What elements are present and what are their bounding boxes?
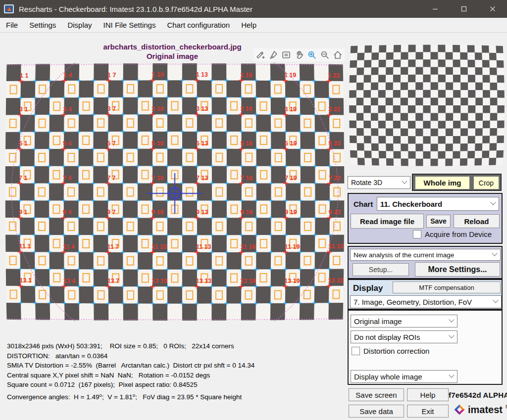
svg-text:1 22: 1 22 <box>328 72 340 79</box>
brush-icon[interactable] <box>267 49 279 61</box>
pan-icon[interactable] <box>293 49 305 61</box>
svg-text:9 13: 9 13 <box>196 209 208 216</box>
svg-text:5 4: 5 4 <box>63 140 71 147</box>
axes-toolbar <box>254 48 345 61</box>
chart-label: Chart <box>354 200 373 208</box>
menu-bar: File Settings Display INI File Settings … <box>0 18 507 33</box>
chevron-down-icon <box>493 297 498 303</box>
crop-button[interactable]: Crop <box>473 176 499 189</box>
reload-button[interactable]: Reload <box>454 214 500 228</box>
svg-text:1 4: 1 4 <box>63 72 72 79</box>
whole-img-button[interactable]: Whole img <box>415 176 470 189</box>
zoom-out-icon[interactable] <box>319 49 331 61</box>
exit-button[interactable]: Exit <box>407 405 449 418</box>
svg-text:13 4: 13 4 <box>63 278 75 284</box>
svg-text:5 10: 5 10 <box>152 140 163 147</box>
results-line: DISTORTION: atan/tan = 0.0364 <box>7 351 254 361</box>
svg-text:7 13: 7 13 <box>196 175 208 182</box>
matlab-app-icon <box>4 4 14 13</box>
roi-display-select[interactable]: Do not display ROIs <box>351 330 457 343</box>
svg-text:13 19: 13 19 <box>284 278 300 284</box>
analysis-panel: New analysis of the current image Setup.… <box>348 246 503 279</box>
svg-text:11 10: 11 10 <box>152 243 167 250</box>
build-version-text: f7e6542d ALPHA <box>449 391 507 399</box>
results-line: SMIA TV Distortion = -2.55% (Barrel Arct… <box>7 361 254 371</box>
mtf-compensation-button[interactable]: MTF compensation <box>393 281 501 293</box>
zoom-in-icon[interactable] <box>306 49 318 61</box>
svg-text:7 10: 7 10 <box>152 175 163 182</box>
datatip-icon[interactable] <box>280 49 292 61</box>
export-icon[interactable] <box>254 49 266 61</box>
chart-panel: Chart 11. Checkerboard Read image file S… <box>348 193 503 244</box>
svg-text:1 7: 1 7 <box>107 72 116 79</box>
svg-text:3 10: 3 10 <box>152 105 163 112</box>
svg-text:7 22: 7 22 <box>329 175 341 182</box>
chevron-down-icon <box>449 332 454 338</box>
display-whole-image-select[interactable]: Display whole image <box>351 370 457 383</box>
home-icon[interactable] <box>332 49 344 61</box>
title-bar: Rescharts - Checkerboard: Imatest 23.1.0… <box>0 0 507 18</box>
menu-file[interactable]: File <box>2 19 22 31</box>
svg-text:13 10: 13 10 <box>152 278 167 284</box>
more-settings-button[interactable]: More Settings... <box>415 262 500 277</box>
svg-text:9 7: 9 7 <box>107 209 115 216</box>
svg-text:11 7: 11 7 <box>107 243 119 250</box>
results-line: Square count = 0.0712 (167 pixels); Pixe… <box>7 380 254 390</box>
results-line: 3018x2346 pxls (WxH) 503:391; ROI size =… <box>7 341 254 351</box>
save-screen-button[interactable]: Save screen <box>349 388 404 401</box>
results-line: Central square X,Y pixel shift = NaN NaN… <box>7 371 254 380</box>
svg-text:13 1: 13 1 <box>20 277 32 284</box>
menu-chart-configuration[interactable]: Chart configuration <box>163 19 234 31</box>
view-options-panel: Original image Do not display ROIs Disto… <box>348 310 503 385</box>
help-button[interactable]: Help <box>407 388 449 401</box>
menu-settings[interactable]: Settings <box>25 19 60 31</box>
svg-text:1 13: 1 13 <box>196 71 208 78</box>
display-label: Display <box>353 283 383 293</box>
checkerboard-thumbnail <box>348 44 506 167</box>
save-button[interactable]: Save <box>426 215 451 228</box>
svg-text:5 16: 5 16 <box>241 140 253 147</box>
chart-type-select[interactable]: 11. Checkerboard <box>377 197 499 211</box>
svg-text:3 16: 3 16 <box>240 105 252 112</box>
setup-button[interactable]: Setup... <box>353 263 409 276</box>
svg-text:11 16: 11 16 <box>241 243 256 250</box>
chevron-down-icon <box>449 372 454 377</box>
close-button[interactable] <box>478 0 507 18</box>
analysis-mode-select[interactable]: New analysis of the current image <box>350 249 501 261</box>
distortion-correction-row: Distortion correction <box>352 347 429 355</box>
read-image-file-button[interactable]: Read image file <box>351 214 424 229</box>
svg-text:5 7: 5 7 <box>107 140 115 147</box>
chevron-down-icon <box>492 250 497 256</box>
acquire-from-device-checkbox[interactable] <box>413 230 421 238</box>
svg-text:11 1: 11 1 <box>19 243 31 250</box>
svg-text:11 4: 11 4 <box>63 243 75 250</box>
whole-crop-group: Whole img Crop <box>412 174 502 191</box>
imatest-logo-icon <box>454 404 465 416</box>
svg-text:3 1: 3 1 <box>19 106 28 113</box>
svg-text:7 7: 7 7 <box>107 175 115 182</box>
display-mode-select[interactable]: 7. Image, Geometry, Distortion, FoV <box>350 295 502 308</box>
minimize-button[interactable] <box>421 0 450 18</box>
svg-text:9 4: 9 4 <box>63 209 71 216</box>
svg-text:1 10: 1 10 <box>152 71 163 78</box>
svg-text:13 13: 13 13 <box>196 278 211 284</box>
svg-text:5 13: 5 13 <box>196 140 208 147</box>
svg-text:9 22: 9 22 <box>329 209 341 216</box>
maximize-button[interactable] <box>450 0 478 18</box>
rotate-3d-select[interactable]: Rotate 3D <box>348 176 410 189</box>
chevron-down-icon <box>449 317 454 322</box>
distortion-correction-checkbox[interactable] <box>352 347 360 355</box>
menu-ini-file-settings[interactable]: INI File Settings <box>100 19 160 31</box>
svg-text:9 16: 9 16 <box>241 209 253 216</box>
menu-help[interactable]: Help <box>237 19 260 31</box>
save-data-button[interactable]: Save data <box>349 405 404 418</box>
svg-text:13 7: 13 7 <box>107 278 119 284</box>
image-variant-select[interactable]: Original image <box>351 315 457 327</box>
menu-display[interactable]: Display <box>63 19 96 31</box>
chevron-down-icon <box>490 199 496 205</box>
checkerboard-analysis-image[interactable]: 1 11 41 71 101 131 161 191 223 13 43 73 … <box>4 62 346 322</box>
acquire-from-device-row: Acquire from Device <box>413 230 492 238</box>
svg-text:5 1: 5 1 <box>19 140 27 147</box>
rescharts-window: Rescharts - Checkerboard: Imatest 23.1.0… <box>0 0 507 420</box>
svg-text:3 19: 3 19 <box>285 106 297 113</box>
